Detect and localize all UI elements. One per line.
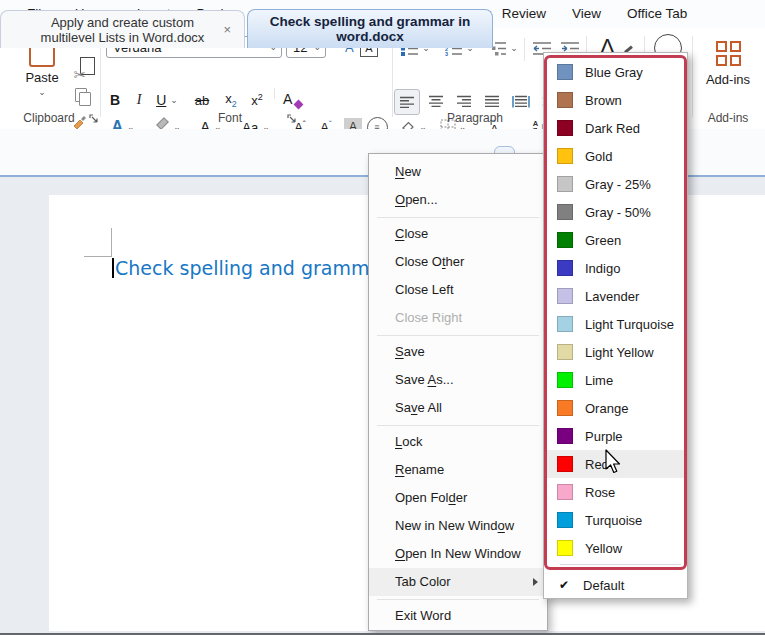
- color-swatch-icon: [557, 428, 573, 444]
- menu-separator: [377, 599, 539, 600]
- tab-title-line2: word.docx: [248, 29, 492, 44]
- underline-button[interactable]: U ⌄: [152, 90, 182, 110]
- color-swatch-icon: [557, 64, 573, 80]
- context-menu-item-new[interactable]: New: [369, 158, 547, 186]
- strikethrough-button[interactable]: ab: [190, 90, 214, 110]
- color-item-light-turquoise[interactable]: Light Turquoise: [545, 310, 686, 338]
- color-item-orange[interactable]: Orange: [545, 394, 686, 422]
- color-swatch-icon: [557, 232, 573, 248]
- color-item-brown[interactable]: Brown: [545, 86, 686, 114]
- color-item-rose[interactable]: Rose: [545, 478, 686, 506]
- clipboard-dialog-launcher-icon[interactable]: [88, 113, 99, 124]
- distribute-icon: [512, 95, 530, 108]
- color-item-label: Blue Gray: [585, 65, 643, 80]
- menu-separator: [377, 425, 539, 426]
- document-heading-text: Check spelling and gramm: [115, 257, 369, 279]
- close-tab-icon[interactable]: ×: [223, 22, 231, 37]
- color-item-yellow[interactable]: Yellow: [545, 534, 686, 562]
- color-item-default[interactable]: ✔ Default: [545, 571, 686, 599]
- color-swatch-icon: [557, 456, 573, 472]
- context-menu-item-new-in-new-window[interactable]: New in New Window: [369, 512, 547, 540]
- cut-button[interactable]: ✂: [70, 66, 90, 84]
- text-caret: [112, 258, 114, 278]
- align-left-button[interactable]: [394, 89, 420, 115]
- context-menu-item-exit-word[interactable]: Exit Word: [369, 602, 547, 630]
- document-tab-check-spelling[interactable]: Check spelling and grammar in word.docx: [247, 9, 493, 48]
- color-item-label: Green: [585, 233, 621, 248]
- menu-separator: [377, 217, 539, 218]
- color-item-indigo[interactable]: Indigo: [545, 254, 686, 282]
- color-item-gold[interactable]: Gold: [545, 142, 686, 170]
- paragraph-group-label: Paragraph: [420, 111, 530, 125]
- font-dialog-launcher-icon[interactable]: [286, 113, 297, 124]
- margin-crop-mark-vertical: [111, 228, 112, 257]
- context-menu-item-save-all[interactable]: Save All: [369, 394, 547, 422]
- color-item-gray-50[interactable]: Gray - 50%: [545, 198, 686, 226]
- color-swatch-icon: [557, 148, 573, 164]
- context-menu-item-save[interactable]: Save: [369, 338, 547, 366]
- context-menu-item-save-as[interactable]: Save As...: [369, 366, 547, 394]
- align-center-icon: [428, 95, 444, 108]
- context-menu-item-lock[interactable]: Lock: [369, 428, 547, 456]
- color-swatch-icon: [557, 400, 573, 416]
- color-item-label: Indigo: [585, 261, 620, 276]
- context-menu-item-close-left[interactable]: Close Left: [369, 276, 547, 304]
- distribute-button[interactable]: [508, 89, 534, 113]
- color-item-lavender[interactable]: Lavender: [545, 282, 686, 310]
- clear-formatting-icon: A: [283, 91, 301, 107]
- menu-tab-view[interactable]: View: [559, 0, 614, 28]
- chevron-down-icon: ⌄: [38, 88, 46, 97]
- justify-button[interactable]: [480, 89, 504, 113]
- checkmark-icon: ✔: [559, 578, 569, 592]
- color-item-gray-25[interactable]: Gray - 25%: [545, 170, 686, 198]
- subscript-icon: x2: [225, 91, 237, 109]
- add-ins-button-label: Add-ins: [706, 72, 750, 87]
- superscript-button[interactable]: x2: [246, 90, 268, 110]
- tab-color-submenu: Blue GrayBrownDark RedGoldGray - 25%Gray…: [543, 52, 688, 599]
- mouse-cursor: [604, 449, 622, 475]
- color-item-turquoise[interactable]: Turquoise: [545, 506, 686, 534]
- align-center-button[interactable]: [424, 89, 448, 113]
- font-group-label: Font: [180, 111, 280, 125]
- color-swatch-icon: [557, 120, 573, 136]
- context-menu-item-close-other[interactable]: Close Other: [369, 248, 547, 276]
- context-menu-item-tab-color[interactable]: Tab Color: [369, 568, 547, 596]
- color-item-light-yellow[interactable]: Light Yellow: [545, 338, 686, 366]
- subscript-button[interactable]: x2: [220, 90, 242, 110]
- bold-button[interactable]: B: [106, 90, 124, 110]
- context-menu-item-open-in-new-window[interactable]: Open In New Window: [369, 540, 547, 568]
- bold-icon: B: [110, 92, 120, 108]
- color-swatch-icon: [557, 512, 573, 528]
- color-item-label: Dark Red: [585, 121, 640, 136]
- add-ins-button[interactable]: Add-ins: [700, 36, 756, 92]
- color-item-purple[interactable]: Purple: [545, 422, 686, 450]
- scissors-icon: ✂: [74, 66, 87, 84]
- chevron-down-icon: ⌄: [170, 96, 178, 105]
- copy-button[interactable]: [72, 86, 92, 106]
- color-item-lime[interactable]: Lime: [545, 366, 686, 394]
- color-item-label: Rose: [585, 485, 615, 500]
- context-menu-item-open-folder[interactable]: Open Folder: [369, 484, 547, 512]
- menu-tab-office-tab[interactable]: Office Tab: [614, 0, 700, 28]
- context-menu-item-rename[interactable]: Rename: [369, 456, 547, 484]
- context-menu-item-close[interactable]: Close: [369, 220, 547, 248]
- clear-formatting-button[interactable]: A: [280, 88, 304, 110]
- color-item-label: Gray - 25%: [585, 177, 651, 192]
- context-menu-item-open[interactable]: Open...: [369, 186, 547, 214]
- align-right-button[interactable]: [452, 89, 476, 113]
- margin-crop-mark-horizontal: [84, 256, 112, 257]
- italic-button[interactable]: I: [130, 90, 148, 110]
- color-item-blue-gray[interactable]: Blue Gray: [545, 58, 686, 86]
- menu-tab-review[interactable]: Review: [489, 0, 559, 28]
- color-swatch-icon: [557, 288, 573, 304]
- color-item-label: Lime: [585, 373, 613, 388]
- superscript-icon: x2: [251, 92, 263, 108]
- color-item-green[interactable]: Green: [545, 226, 686, 254]
- context-menu-item-close-right: Close Right: [369, 304, 547, 332]
- add-ins-grid-icon: [716, 41, 741, 66]
- color-item-dark-red[interactable]: Dark Red: [545, 114, 686, 142]
- color-item-label: Turquoise: [585, 513, 642, 528]
- color-item-label: Light Turquoise: [585, 317, 674, 332]
- document-tab-apply-multilevel[interactable]: Apply and create custom multilevel Lists…: [0, 10, 245, 48]
- align-left-icon: [399, 96, 415, 109]
